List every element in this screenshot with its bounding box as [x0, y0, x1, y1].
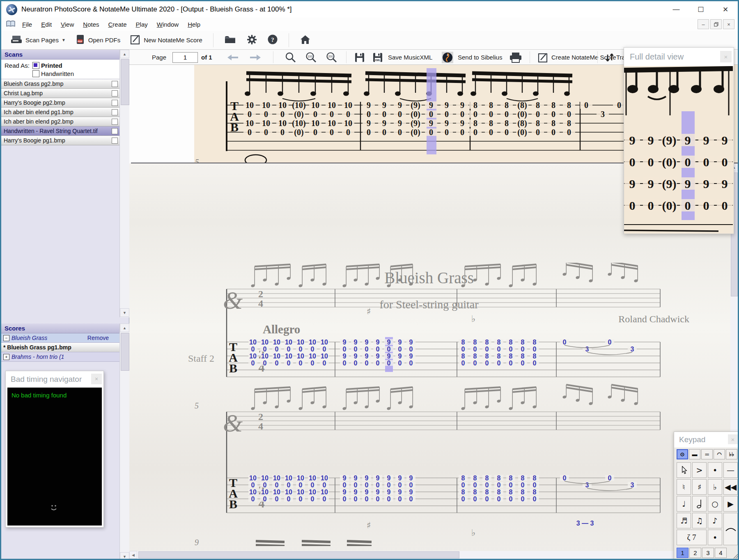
horizontal-scrollbar-thumb[interactable] — [138, 551, 459, 558]
scan-file-row[interactable]: Harry's Boogie pg2.bmp — [1, 98, 119, 108]
scan-file-checkbox[interactable] — [112, 90, 118, 96]
scans-scrollbar[interactable]: ▲ ▼ — [119, 50, 130, 317]
scan-file-checkbox[interactable] — [112, 138, 118, 144]
scan-file-checkbox[interactable] — [112, 81, 118, 87]
menu-edit[interactable]: Edit — [37, 19, 56, 30]
help-button[interactable]: ? — [264, 32, 281, 48]
keypad-tab-1[interactable]: 1 — [677, 548, 689, 558]
tenuto-icon[interactable]: — — [723, 462, 738, 478]
scan-file-row[interactable]: Blueish Grass pg2.bmp — [1, 79, 119, 89]
minimize-icon[interactable]: — — [664, 2, 689, 17]
menu-notes[interactable]: Notes — [78, 19, 103, 30]
print-icon[interactable] — [509, 50, 522, 65]
scan-file-checkbox[interactable] — [112, 100, 118, 106]
quarter-note-icon[interactable]: ♩ — [677, 496, 691, 512]
svg-text:8: 8 — [473, 119, 477, 128]
fermata-icon[interactable]: ◠ — [714, 449, 725, 459]
mdi-close-icon[interactable]: × — [723, 19, 734, 29]
score-item-brahms[interactable]: + Brahms - horn trio (1 — [1, 352, 119, 362]
close-icon[interactable]: × — [91, 374, 102, 384]
flat-icon[interactable]: ♭ — [708, 479, 722, 495]
eighth-note-icon[interactable]: ♪ — [708, 513, 722, 528]
new-notateme-score-button[interactable]: New NotateMe Score — [127, 32, 206, 48]
accent-icon[interactable]: > — [692, 462, 707, 478]
scroll-down-icon[interactable]: ▼ — [120, 552, 129, 560]
handwritten-checkbox[interactable] — [32, 70, 39, 77]
close-icon[interactable]: ✕ — [713, 2, 738, 17]
rewind-icon[interactable]: ◀◀ — [723, 479, 738, 495]
send-to-sibelius-button[interactable]: Send to Sibelius — [458, 50, 502, 65]
double-flat-icon[interactable]: ♭♭ — [726, 449, 737, 459]
score-item-blueish-grass[interactable]: − Blueish Grass Remove — [1, 333, 119, 343]
menu-file[interactable]: File — [18, 19, 37, 30]
scan-file-checkbox[interactable] — [112, 109, 118, 115]
keypad-tab-3[interactable]: 3 — [702, 548, 714, 558]
scan-file-checkbox[interactable] — [112, 119, 118, 125]
scans-scrollbar-thumb[interactable] — [121, 59, 129, 105]
keypad-tab-4[interactable]: 4 — [715, 548, 727, 558]
scroll-left-icon[interactable]: ◀ — [129, 551, 137, 559]
back-arrow-icon[interactable] — [226, 50, 240, 65]
scan-file-row[interactable]: Ich aber bin elend pg2.bmp — [1, 117, 119, 126]
save-icon[interactable] — [354, 50, 365, 65]
page-number-input[interactable] — [172, 52, 198, 63]
sixteenth-note-icon[interactable]: ♬ — [677, 513, 691, 528]
play-icon[interactable]: ▶ — [723, 496, 738, 512]
pointer-icon[interactable] — [677, 462, 691, 478]
zoom-icon[interactable] — [285, 50, 297, 65]
scan-file-row[interactable]: Handwritten - Ravel String Quartet.tif — [1, 126, 119, 136]
sibelius-icon[interactable] — [441, 50, 454, 65]
breve-icon[interactable]: ▬ — [689, 449, 700, 459]
menu-play[interactable]: Play — [131, 19, 152, 30]
settings-button[interactable] — [243, 32, 261, 48]
slur-icon[interactable] — [723, 513, 738, 545]
scan-file-row[interactable]: Ich aber bin elend pg1.bmp — [1, 108, 119, 117]
scores-scrollbar-thumb[interactable] — [121, 333, 129, 371]
save-musicxml-button[interactable]: Save MusicXML — [388, 50, 432, 65]
close-icon[interactable]: × — [728, 434, 738, 444]
scroll-up-icon[interactable]: ▲ — [120, 324, 129, 332]
expand-icon[interactable]: + — [3, 354, 9, 360]
double-barline-icon[interactable]: ═ — [701, 449, 713, 459]
home-button[interactable] — [296, 33, 314, 48]
dot-icon[interactable]: • — [708, 530, 722, 545]
scan-file-row[interactable]: Christ Lag.bmp — [1, 89, 119, 98]
open-folder-button[interactable] — [221, 33, 240, 47]
menu-create[interactable]: Create — [104, 19, 131, 30]
select-whole-note-icon[interactable]: ⊙ — [677, 449, 688, 459]
mdi-restore-icon[interactable] — [710, 19, 722, 29]
zoom-200-icon[interactable]: 200 — [326, 50, 338, 65]
scan-file-row[interactable]: Harry's Boogie pg1.bmp — [1, 136, 119, 145]
save-xml-icon[interactable]: XML — [372, 50, 383, 65]
close-icon[interactable]: × — [720, 51, 732, 62]
open-pdfs-button[interactable]: PDF Open PDFs — [72, 32, 124, 48]
menu-view[interactable]: View — [56, 19, 78, 30]
staccato-icon[interactable]: • — [708, 462, 722, 478]
remove-link[interactable]: Remove — [87, 335, 109, 341]
scroll-down-icon[interactable]: ▼ — [120, 308, 129, 317]
rests-icon[interactable]: ζ 7 — [677, 530, 707, 545]
natural-icon[interactable]: ♮ — [677, 479, 691, 495]
zoom-100-icon[interactable]: 100 — [305, 50, 317, 65]
collapse-icon[interactable]: − — [3, 335, 9, 341]
printed-checkbox[interactable] — [32, 62, 39, 69]
scan-file-checkbox[interactable] — [112, 128, 118, 134]
maximize-icon[interactable]: ☐ — [689, 2, 713, 17]
create-notateme-button[interactable]: Create NotateMe Score — [538, 50, 616, 65]
menu-help[interactable]: Help — [183, 19, 205, 30]
scan-pages-button[interactable]: Scan Pages ▼ — [7, 33, 69, 47]
forward-arrow-icon[interactable] — [248, 50, 262, 65]
horizontal-scrollbar[interactable]: ◀ ▶ — [129, 551, 730, 559]
transpose-icon[interactable] — [605, 50, 615, 65]
mdi-minimize-icon[interactable]: – — [698, 19, 709, 29]
resize-grip-icon[interactable] — [732, 553, 738, 560]
beamed-note-icon[interactable]: ♫ — [692, 513, 707, 528]
half-note-icon[interactable] — [692, 496, 707, 512]
keypad-tab-2[interactable]: 2 — [689, 548, 701, 558]
scores-scrollbar[interactable]: ▲ ▼ — [119, 324, 130, 560]
scroll-up-icon[interactable]: ▲ — [120, 50, 129, 58]
menu-window[interactable]: Window — [152, 19, 183, 30]
whole-note-icon[interactable]: ○ — [708, 496, 722, 512]
score-page-item[interactable]: * Blueish Grass pg1.bmp — [1, 343, 119, 352]
sharp-icon[interactable]: ♯ — [692, 479, 707, 495]
